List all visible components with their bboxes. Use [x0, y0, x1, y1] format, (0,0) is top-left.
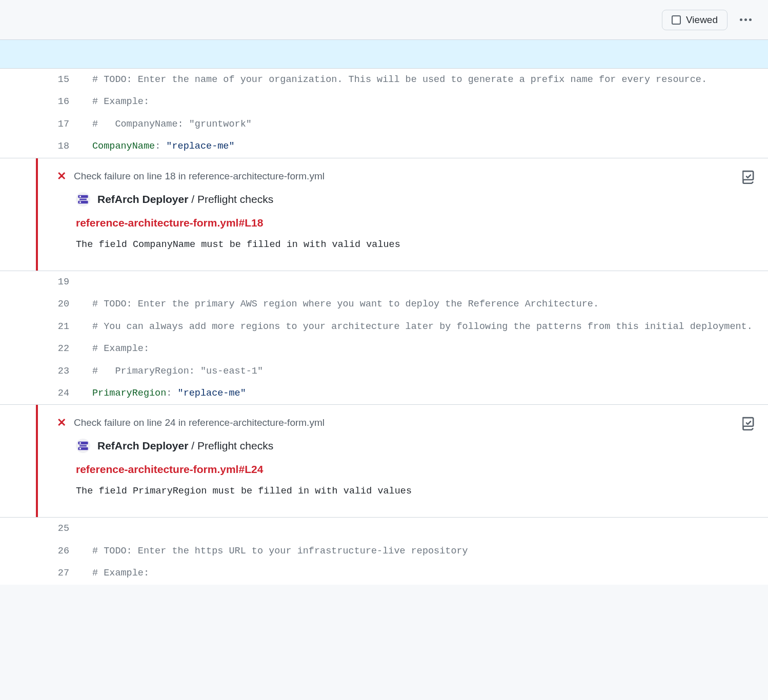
- code-lines: 2526# TODO: Enter the https URL to your …: [0, 518, 768, 584]
- code-line: 20# TODO: Enter the primary AWS region w…: [0, 293, 768, 315]
- code-line: 27# Example:: [0, 562, 768, 584]
- annotation-link[interactable]: reference-architecture-form.yml#L24: [76, 463, 756, 476]
- svg-rect-2: [79, 198, 87, 200]
- resolve-icon[interactable]: [741, 416, 756, 430]
- line-content: # Example:: [81, 562, 768, 584]
- code-line: 25: [0, 518, 768, 540]
- annotation-message: The field PrimaryRegion must be filled i…: [76, 486, 756, 497]
- annotation-link[interactable]: reference-architecture-form.yml#L18: [76, 217, 756, 229]
- line-content: # TODO: Enter the https URL to your infr…: [81, 540, 768, 562]
- file-header: Viewed: [0, 0, 768, 40]
- code-line: 21# You can always add more regions to y…: [0, 316, 768, 338]
- viewed-label: Viewed: [686, 14, 718, 26]
- error-bar: [36, 405, 38, 517]
- code-lines: 1920# TODO: Enter the primary AWS region…: [0, 271, 768, 405]
- code-line: 22# Example:: [0, 338, 768, 360]
- code-line: 15# TODO: Enter the name of your organiz…: [0, 69, 768, 91]
- dot-icon: [744, 18, 747, 21]
- app-avatar-icon: [76, 192, 90, 207]
- line-content: # TODO: Enter the name of your organizat…: [81, 69, 768, 91]
- code-line: 18CompanyName: "replace-me": [0, 135, 768, 157]
- line-content: # PrimaryRegion: "us-east-1": [81, 360, 768, 382]
- svg-rect-8: [79, 443, 81, 444]
- dot-icon: [749, 18, 752, 21]
- resolve-icon[interactable]: [741, 170, 756, 184]
- file-actions-menu[interactable]: [736, 14, 756, 25]
- code-line: 19: [0, 271, 768, 293]
- line-content: PrimaryRegion: "replace-me": [81, 382, 768, 404]
- svg-rect-9: [79, 448, 81, 450]
- check-context: Preflight checks: [197, 440, 273, 451]
- app-name[interactable]: RefArch Deployer: [97, 440, 188, 451]
- error-bar: [36, 158, 38, 271]
- line-content: CompanyName: "replace-me": [81, 135, 768, 157]
- code-line: 23# PrimaryRegion: "us-east-1": [0, 360, 768, 382]
- check-annotation: ✕ Check failure on line 24 in reference-…: [0, 404, 768, 518]
- svg-rect-3: [79, 196, 81, 197]
- svg-rect-7: [79, 445, 87, 447]
- checkbox-icon: [672, 15, 681, 25]
- line-content: # TODO: Enter the primary AWS region whe…: [81, 293, 768, 315]
- dot-icon: [740, 18, 742, 21]
- svg-rect-4: [79, 201, 81, 203]
- annotation-message: The field CompanyName must be filled in …: [76, 239, 756, 250]
- x-icon: ✕: [56, 416, 67, 429]
- failure-summary: Check failure on line 18 in reference-ar…: [74, 171, 325, 182]
- line-content: # Example:: [81, 91, 768, 113]
- line-content: [81, 271, 768, 293]
- line-content: # CompanyName: "gruntwork": [81, 113, 768, 135]
- app-name[interactable]: RefArch Deployer: [97, 193, 188, 205]
- app-avatar-icon: [76, 439, 90, 453]
- viewed-toggle[interactable]: Viewed: [662, 10, 727, 30]
- x-icon: ✕: [56, 170, 67, 183]
- check-context: Preflight checks: [197, 193, 273, 205]
- line-content: # You can always add more regions to you…: [81, 316, 768, 338]
- line-content: # Example:: [81, 338, 768, 360]
- code-line: 16# Example:: [0, 91, 768, 113]
- code-line: 26# TODO: Enter the https URL to your in…: [0, 540, 768, 562]
- code-line: 24PrimaryRegion: "replace-me": [0, 382, 768, 404]
- failure-summary: Check failure on line 24 in reference-ar…: [74, 417, 325, 428]
- check-annotation: ✕ Check failure on line 18 in reference-…: [0, 158, 768, 271]
- diff-expand-bar[interactable]: [0, 40, 768, 69]
- line-content: [81, 518, 768, 540]
- code-line: 17# CompanyName: "gruntwork": [0, 113, 768, 135]
- code-lines: 15# TODO: Enter the name of your organiz…: [0, 69, 768, 158]
